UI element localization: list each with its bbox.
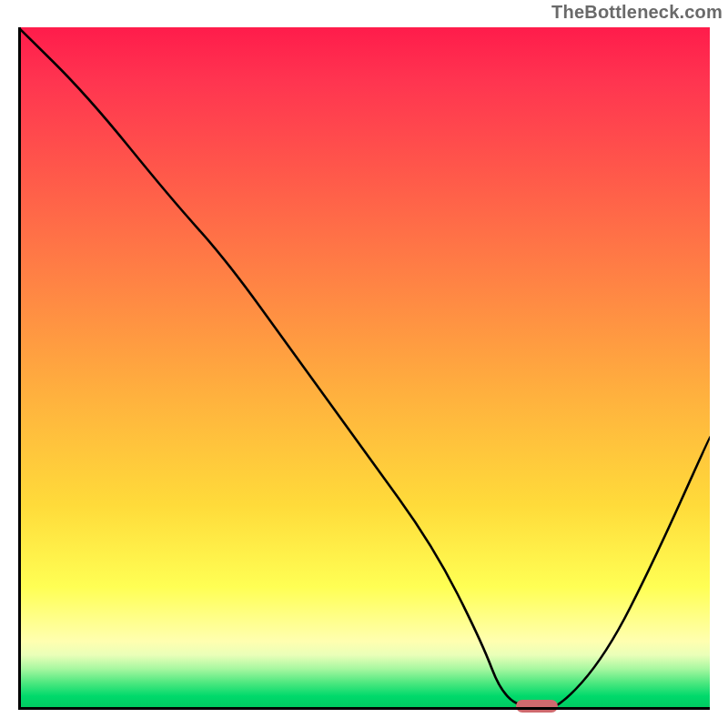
watermark-text: TheBottleneck.com <box>551 2 723 23</box>
chart-container: TheBottleneck.com <box>0 0 728 728</box>
bottleneck-curve <box>18 27 710 710</box>
plot-area <box>18 27 710 710</box>
optimal-marker <box>516 700 558 713</box>
